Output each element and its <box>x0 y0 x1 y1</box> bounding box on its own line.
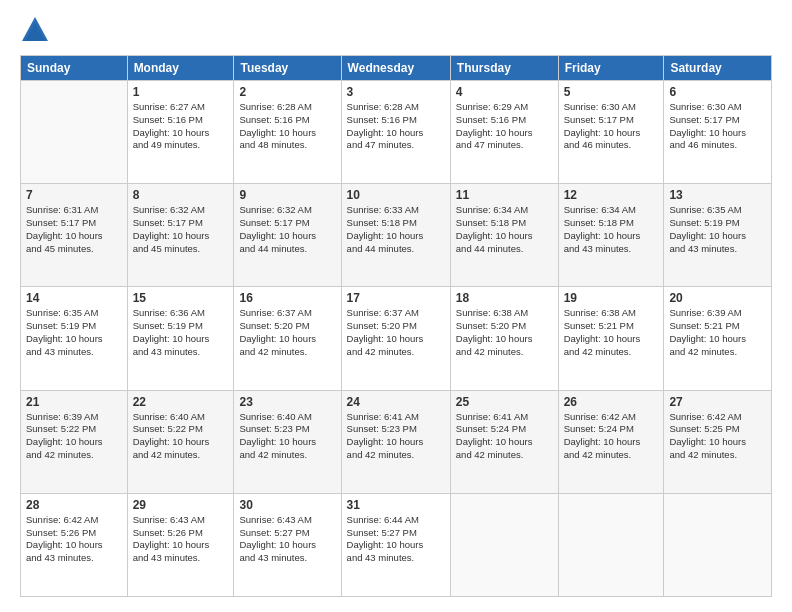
day-info: Sunrise: 6:39 AM Sunset: 5:22 PM Dayligh… <box>26 411 122 462</box>
calendar-cell: 7Sunrise: 6:31 AM Sunset: 5:17 PM Daylig… <box>21 184 128 287</box>
day-number: 3 <box>347 85 445 99</box>
day-info: Sunrise: 6:39 AM Sunset: 5:21 PM Dayligh… <box>669 307 766 358</box>
logo <box>20 15 54 45</box>
page: SundayMondayTuesdayWednesdayThursdayFrid… <box>0 0 792 612</box>
day-number: 23 <box>239 395 335 409</box>
day-info: Sunrise: 6:30 AM Sunset: 5:17 PM Dayligh… <box>669 101 766 152</box>
day-number: 20 <box>669 291 766 305</box>
calendar-cell: 14Sunrise: 6:35 AM Sunset: 5:19 PM Dayli… <box>21 287 128 390</box>
day-info: Sunrise: 6:37 AM Sunset: 5:20 PM Dayligh… <box>239 307 335 358</box>
calendar-header-sunday: Sunday <box>21 56 128 81</box>
day-info: Sunrise: 6:34 AM Sunset: 5:18 PM Dayligh… <box>564 204 659 255</box>
calendar-cell: 20Sunrise: 6:39 AM Sunset: 5:21 PM Dayli… <box>664 287 772 390</box>
calendar-cell: 10Sunrise: 6:33 AM Sunset: 5:18 PM Dayli… <box>341 184 450 287</box>
day-number: 17 <box>347 291 445 305</box>
calendar-header-wednesday: Wednesday <box>341 56 450 81</box>
day-number: 14 <box>26 291 122 305</box>
day-number: 8 <box>133 188 229 202</box>
calendar-cell: 15Sunrise: 6:36 AM Sunset: 5:19 PM Dayli… <box>127 287 234 390</box>
day-number: 12 <box>564 188 659 202</box>
day-number: 29 <box>133 498 229 512</box>
calendar-cell: 1Sunrise: 6:27 AM Sunset: 5:16 PM Daylig… <box>127 81 234 184</box>
calendar-week-row: 21Sunrise: 6:39 AM Sunset: 5:22 PM Dayli… <box>21 390 772 493</box>
day-info: Sunrise: 6:34 AM Sunset: 5:18 PM Dayligh… <box>456 204 553 255</box>
day-number: 15 <box>133 291 229 305</box>
day-number: 10 <box>347 188 445 202</box>
calendar-header-saturday: Saturday <box>664 56 772 81</box>
calendar-cell: 4Sunrise: 6:29 AM Sunset: 5:16 PM Daylig… <box>450 81 558 184</box>
calendar-cell: 17Sunrise: 6:37 AM Sunset: 5:20 PM Dayli… <box>341 287 450 390</box>
day-info: Sunrise: 6:38 AM Sunset: 5:20 PM Dayligh… <box>456 307 553 358</box>
day-number: 19 <box>564 291 659 305</box>
calendar-cell: 29Sunrise: 6:43 AM Sunset: 5:26 PM Dayli… <box>127 493 234 596</box>
calendar-header-row: SundayMondayTuesdayWednesdayThursdayFrid… <box>21 56 772 81</box>
calendar-cell: 27Sunrise: 6:42 AM Sunset: 5:25 PM Dayli… <box>664 390 772 493</box>
calendar-week-row: 28Sunrise: 6:42 AM Sunset: 5:26 PM Dayli… <box>21 493 772 596</box>
day-number: 11 <box>456 188 553 202</box>
calendar-cell: 23Sunrise: 6:40 AM Sunset: 5:23 PM Dayli… <box>234 390 341 493</box>
calendar-cell: 5Sunrise: 6:30 AM Sunset: 5:17 PM Daylig… <box>558 81 664 184</box>
calendar: SundayMondayTuesdayWednesdayThursdayFrid… <box>20 55 772 597</box>
day-info: Sunrise: 6:43 AM Sunset: 5:27 PM Dayligh… <box>239 514 335 565</box>
day-number: 30 <box>239 498 335 512</box>
day-number: 22 <box>133 395 229 409</box>
calendar-cell: 30Sunrise: 6:43 AM Sunset: 5:27 PM Dayli… <box>234 493 341 596</box>
day-info: Sunrise: 6:38 AM Sunset: 5:21 PM Dayligh… <box>564 307 659 358</box>
calendar-header-monday: Monday <box>127 56 234 81</box>
header <box>20 15 772 45</box>
calendar-cell: 2Sunrise: 6:28 AM Sunset: 5:16 PM Daylig… <box>234 81 341 184</box>
day-number: 21 <box>26 395 122 409</box>
day-info: Sunrise: 6:35 AM Sunset: 5:19 PM Dayligh… <box>26 307 122 358</box>
calendar-cell: 12Sunrise: 6:34 AM Sunset: 5:18 PM Dayli… <box>558 184 664 287</box>
day-info: Sunrise: 6:37 AM Sunset: 5:20 PM Dayligh… <box>347 307 445 358</box>
calendar-cell: 11Sunrise: 6:34 AM Sunset: 5:18 PM Dayli… <box>450 184 558 287</box>
day-number: 24 <box>347 395 445 409</box>
day-info: Sunrise: 6:40 AM Sunset: 5:22 PM Dayligh… <box>133 411 229 462</box>
day-info: Sunrise: 6:41 AM Sunset: 5:23 PM Dayligh… <box>347 411 445 462</box>
day-number: 4 <box>456 85 553 99</box>
day-info: Sunrise: 6:27 AM Sunset: 5:16 PM Dayligh… <box>133 101 229 152</box>
day-info: Sunrise: 6:43 AM Sunset: 5:26 PM Dayligh… <box>133 514 229 565</box>
calendar-cell: 3Sunrise: 6:28 AM Sunset: 5:16 PM Daylig… <box>341 81 450 184</box>
calendar-week-row: 7Sunrise: 6:31 AM Sunset: 5:17 PM Daylig… <box>21 184 772 287</box>
day-number: 26 <box>564 395 659 409</box>
day-info: Sunrise: 6:42 AM Sunset: 5:26 PM Dayligh… <box>26 514 122 565</box>
calendar-header-tuesday: Tuesday <box>234 56 341 81</box>
day-info: Sunrise: 6:30 AM Sunset: 5:17 PM Dayligh… <box>564 101 659 152</box>
day-number: 2 <box>239 85 335 99</box>
calendar-cell: 28Sunrise: 6:42 AM Sunset: 5:26 PM Dayli… <box>21 493 128 596</box>
calendar-week-row: 1Sunrise: 6:27 AM Sunset: 5:16 PM Daylig… <box>21 81 772 184</box>
day-number: 27 <box>669 395 766 409</box>
day-info: Sunrise: 6:40 AM Sunset: 5:23 PM Dayligh… <box>239 411 335 462</box>
calendar-cell: 22Sunrise: 6:40 AM Sunset: 5:22 PM Dayli… <box>127 390 234 493</box>
day-number: 1 <box>133 85 229 99</box>
calendar-cell: 26Sunrise: 6:42 AM Sunset: 5:24 PM Dayli… <box>558 390 664 493</box>
day-info: Sunrise: 6:29 AM Sunset: 5:16 PM Dayligh… <box>456 101 553 152</box>
calendar-cell <box>21 81 128 184</box>
day-info: Sunrise: 6:44 AM Sunset: 5:27 PM Dayligh… <box>347 514 445 565</box>
calendar-cell: 9Sunrise: 6:32 AM Sunset: 5:17 PM Daylig… <box>234 184 341 287</box>
day-info: Sunrise: 6:36 AM Sunset: 5:19 PM Dayligh… <box>133 307 229 358</box>
calendar-cell: 13Sunrise: 6:35 AM Sunset: 5:19 PM Dayli… <box>664 184 772 287</box>
calendar-cell: 8Sunrise: 6:32 AM Sunset: 5:17 PM Daylig… <box>127 184 234 287</box>
day-number: 7 <box>26 188 122 202</box>
day-info: Sunrise: 6:42 AM Sunset: 5:24 PM Dayligh… <box>564 411 659 462</box>
calendar-cell: 6Sunrise: 6:30 AM Sunset: 5:17 PM Daylig… <box>664 81 772 184</box>
day-info: Sunrise: 6:28 AM Sunset: 5:16 PM Dayligh… <box>347 101 445 152</box>
calendar-cell: 21Sunrise: 6:39 AM Sunset: 5:22 PM Dayli… <box>21 390 128 493</box>
calendar-cell: 19Sunrise: 6:38 AM Sunset: 5:21 PM Dayli… <box>558 287 664 390</box>
day-info: Sunrise: 6:33 AM Sunset: 5:18 PM Dayligh… <box>347 204 445 255</box>
day-info: Sunrise: 6:28 AM Sunset: 5:16 PM Dayligh… <box>239 101 335 152</box>
day-info: Sunrise: 6:32 AM Sunset: 5:17 PM Dayligh… <box>133 204 229 255</box>
calendar-cell: 31Sunrise: 6:44 AM Sunset: 5:27 PM Dayli… <box>341 493 450 596</box>
calendar-cell: 24Sunrise: 6:41 AM Sunset: 5:23 PM Dayli… <box>341 390 450 493</box>
calendar-header-thursday: Thursday <box>450 56 558 81</box>
day-info: Sunrise: 6:31 AM Sunset: 5:17 PM Dayligh… <box>26 204 122 255</box>
day-info: Sunrise: 6:41 AM Sunset: 5:24 PM Dayligh… <box>456 411 553 462</box>
day-number: 18 <box>456 291 553 305</box>
day-number: 13 <box>669 188 766 202</box>
day-info: Sunrise: 6:32 AM Sunset: 5:17 PM Dayligh… <box>239 204 335 255</box>
logo-icon <box>20 15 50 45</box>
day-info: Sunrise: 6:42 AM Sunset: 5:25 PM Dayligh… <box>669 411 766 462</box>
calendar-week-row: 14Sunrise: 6:35 AM Sunset: 5:19 PM Dayli… <box>21 287 772 390</box>
